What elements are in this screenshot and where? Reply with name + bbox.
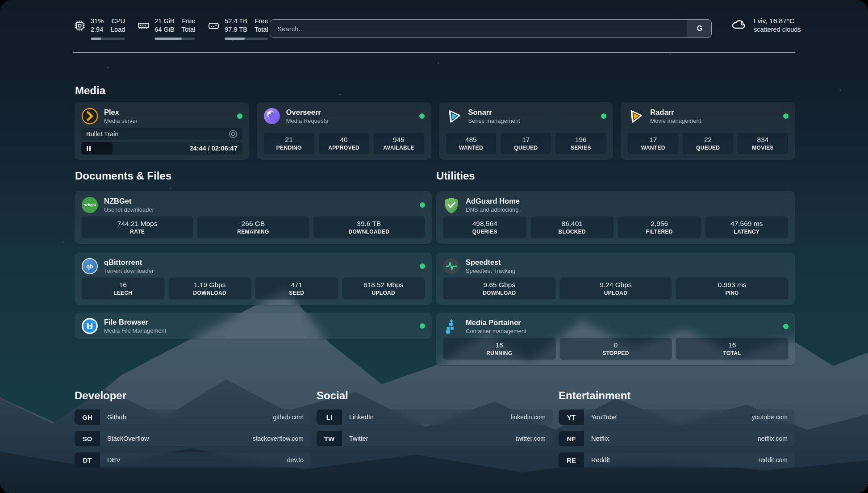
stat-value: 618.52 Mbps bbox=[343, 280, 424, 289]
stat-value: 47.569 ms bbox=[706, 219, 788, 228]
service-card-radarr[interactable]: Radarr Movie management 17 WANTED 22 QUE… bbox=[621, 102, 795, 160]
bookmark-dev[interactable]: DT DEV dev.to bbox=[75, 452, 311, 468]
snow-flakes bbox=[0, 0, 1, 1]
disk-stat: 52.4 TB 97.9 TB Free Total bbox=[208, 17, 268, 40]
cpu-load: 2.94 bbox=[91, 25, 104, 34]
bookmark-name: YouTube bbox=[591, 414, 617, 421]
stat-value: 9.65 Gbps bbox=[444, 280, 555, 289]
stat-box: 16 LEECH bbox=[81, 277, 165, 300]
session-icon bbox=[229, 130, 238, 138]
service-card-adguard[interactable]: AdGuard Home DNS and adblocking 498,564 … bbox=[436, 191, 795, 244]
search-engine-button[interactable]: G bbox=[688, 20, 711, 38]
bookmark-abbr: GH bbox=[75, 409, 100, 425]
service-card-sonarr[interactable]: Sonarr Series management 485 WANTED 17 Q… bbox=[439, 102, 613, 160]
bookmark-abbr: SO bbox=[75, 431, 100, 446]
stat-value: 498,564 bbox=[444, 219, 526, 228]
bookmark-name: Twitter bbox=[349, 435, 368, 442]
bookmark-stackoverflow[interactable]: SO StackOverflow stackoverflow.com bbox=[75, 431, 311, 446]
cpu-icon bbox=[74, 20, 86, 32]
cpu-labels: CPU Load bbox=[111, 17, 125, 34]
bookmark-reddit[interactable]: RE Reddit reddit.com bbox=[559, 452, 795, 468]
service-subtitle: Media server bbox=[104, 117, 138, 125]
section-title-media: Media bbox=[75, 84, 105, 97]
stat-box: 834 MOVIES bbox=[737, 132, 789, 155]
portainer-icon bbox=[443, 318, 460, 335]
nzbget-icon: nzbget bbox=[81, 196, 98, 213]
service-card-nzbget[interactable]: nzbget NZBGet Usenet downloader 744.21 M… bbox=[75, 191, 432, 244]
service-card-speedtest[interactable]: Speedtest Speedtest Tracking 9.65 Gbps D… bbox=[436, 252, 795, 305]
service-subtitle: Container management bbox=[466, 327, 526, 335]
stat-label: UPLOAD bbox=[343, 289, 424, 297]
bookmark-abbr: YT bbox=[559, 409, 584, 425]
service-card-portainer[interactable]: Media Portainer Container management 16 … bbox=[436, 313, 795, 365]
stat-value: 1.19 Gbps bbox=[170, 280, 250, 289]
bookmark-twitter[interactable]: TW Twitter twitter.com bbox=[317, 431, 553, 446]
memory-free: 21 GiB bbox=[154, 17, 174, 25]
bookmark-url: dev.to bbox=[287, 456, 304, 464]
stat-value: 16 bbox=[83, 280, 163, 289]
service-subtitle: Movie management bbox=[650, 117, 701, 125]
memory-progress-bar bbox=[154, 38, 195, 40]
service-name: Media Portainer bbox=[466, 318, 526, 327]
service-card-filebrowser[interactable]: File Browser Media File Management bbox=[75, 313, 432, 339]
now-playing-progress-fill bbox=[81, 142, 113, 155]
service-card-plex[interactable]: Plex Media server Bullet Train 24:44 / 0… bbox=[75, 102, 249, 160]
stat-label: SERIES bbox=[556, 144, 605, 151]
service-card-qbittorrent[interactable]: qb qBittorrent Torrent downloader 16 LEE… bbox=[75, 252, 432, 305]
section-title-social: Social bbox=[317, 389, 553, 402]
search-input[interactable] bbox=[270, 20, 688, 38]
bookmark-youtube[interactable]: YT YouTube youtube.com bbox=[559, 409, 795, 425]
bookmark-netflix[interactable]: NF Netflix netflix.com bbox=[559, 431, 795, 446]
bookmark-abbr: RE bbox=[559, 452, 584, 468]
memory-total: 64 GiB bbox=[154, 25, 174, 34]
bookmark-github[interactable]: GH Github github.com bbox=[75, 409, 311, 425]
header-divider bbox=[73, 52, 795, 53]
bookmark-abbr: TW bbox=[317, 431, 342, 446]
sonarr-icon bbox=[446, 108, 463, 125]
status-dot bbox=[783, 324, 789, 329]
memory-icon bbox=[138, 20, 150, 32]
stat-box: 2,956 FILTERED bbox=[618, 216, 701, 238]
cpu-stat: 31% 2.94 CPU Load bbox=[74, 17, 125, 40]
bookmark-abbr: NF bbox=[559, 431, 584, 446]
stat-box: 485 WANTED bbox=[446, 132, 497, 155]
cpu-values: 31% 2.94 bbox=[91, 17, 104, 34]
memory-label-top: Free bbox=[182, 17, 196, 25]
stat-value: 196 bbox=[556, 135, 605, 144]
disk-label-top: Free bbox=[255, 17, 268, 25]
speedtest-icon bbox=[443, 258, 460, 275]
service-name: NZBGet bbox=[104, 196, 154, 206]
stat-value: 16 bbox=[444, 340, 555, 350]
status-dot bbox=[601, 113, 606, 119]
status-dot bbox=[419, 113, 425, 119]
stat-box: 16 TOTAL bbox=[676, 338, 789, 360]
service-card-overseerr[interactable]: Overseerr Media Requests 21 PENDING 40 A… bbox=[257, 102, 431, 160]
pause-button[interactable] bbox=[87, 146, 91, 151]
stat-value: 17 bbox=[629, 135, 677, 144]
qbittorrent-icon: qb bbox=[81, 258, 98, 275]
weather-widget: Lviv, 16.87°C scattered clouds bbox=[730, 16, 801, 34]
radarr-icon bbox=[627, 108, 644, 125]
stat-box: 0 STOPPED bbox=[559, 338, 672, 360]
stat-value: 9.24 Gbps bbox=[561, 280, 671, 289]
disk-total: 97.9 TB bbox=[225, 25, 247, 34]
now-playing: Bullet Train 24:44 / 02:06:47 bbox=[81, 128, 242, 155]
dashboard-window: 31% 2.94 CPU Load 21 GiB 64 GiB bbox=[0, 0, 868, 493]
stat-label: AVAILABLE bbox=[375, 144, 423, 151]
stat-box: 39.6 TB DOWNLOADED bbox=[313, 216, 425, 238]
cpu-progress-bar bbox=[91, 38, 125, 40]
stat-value: 17 bbox=[501, 135, 550, 144]
service-subtitle: Speedtest Tracking bbox=[466, 267, 515, 275]
svg-text:qb: qb bbox=[86, 263, 93, 270]
bookmark-linkedin[interactable]: LI LinkedIn linkedin.com bbox=[317, 409, 553, 425]
stat-value: 485 bbox=[447, 135, 496, 144]
stat-box: 40 APPROVED bbox=[318, 132, 370, 155]
cloud-icon bbox=[730, 16, 747, 34]
stat-label: QUERIES bbox=[444, 228, 526, 235]
service-subtitle: Usenet downloader bbox=[104, 206, 154, 213]
stat-box: 196 SERIES bbox=[555, 132, 606, 155]
stat-value: 16 bbox=[677, 340, 787, 350]
stat-value: 0 bbox=[561, 340, 671, 350]
stat-box: 16 RUNNING bbox=[443, 338, 556, 360]
system-stats: 31% 2.94 CPU Load 21 GiB 64 GiB bbox=[74, 17, 268, 40]
